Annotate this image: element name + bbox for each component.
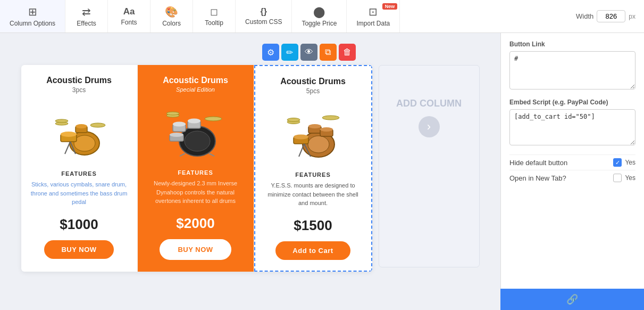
width-input[interactable] — [597, 10, 625, 22]
open-new-tab-checkbox[interactable] — [613, 174, 622, 182]
toolbar-label-column-options: Column Options — [10, 20, 55, 27]
svg-line-23 — [209, 153, 214, 156]
toolbar-item-fonts[interactable]: Aa Fonts — [108, 0, 150, 32]
col1-features-label: FEATURES — [61, 170, 96, 177]
pricing-wrapper: Acoustic Drums 3pcs — [21, 65, 480, 272]
col-copy-button[interactable]: ⧉ — [320, 44, 337, 61]
custom-css-icon: {} — [261, 7, 267, 17]
toolbar-label-import-data: Import Data — [356, 20, 390, 27]
pricing-col-1: Acoustic Drums 3pcs — [21, 65, 138, 272]
svg-point-29 — [308, 124, 321, 128]
svg-point-33 — [287, 118, 300, 122]
pricing-columns: Acoustic Drums 3pcs — [21, 65, 372, 272]
col1-title: Acoustic Drums — [46, 76, 112, 85]
svg-line-22 — [180, 153, 185, 156]
svg-point-12 — [185, 131, 210, 151]
effects-icon: ⇄ — [82, 5, 91, 18]
col3-title: Acoustic Drums — [280, 77, 346, 86]
toolbar-item-tooltip[interactable]: ◻ Tooltip — [193, 0, 236, 32]
width-unit-label: px — [629, 13, 635, 20]
toolbar-label-custom-css: Custom CSS — [245, 18, 282, 26]
toolbar-item-toggle-price[interactable]: ⬤ Toggle Price — [292, 0, 347, 32]
toolbar-item-colors[interactable]: 🎨 Colors — [150, 0, 193, 32]
svg-line-9 — [65, 142, 70, 154]
width-label: Width — [576, 12, 593, 20]
col3-drum-image — [281, 103, 345, 162]
width-control: Width px — [576, 0, 644, 32]
embed-script-input[interactable]: [add_to_cart id="50"] — [509, 109, 635, 145]
svg-point-14 — [173, 122, 186, 127]
col-delete-button[interactable]: 🗑 — [339, 44, 356, 61]
svg-point-3 — [61, 132, 77, 137]
svg-point-21 — [205, 117, 222, 121]
toolbar-label-effects: Effects — [77, 20, 96, 27]
toggle-icon: ⬤ — [313, 5, 325, 18]
hide-default-button-checkbox[interactable]: ✓ — [613, 158, 622, 167]
grid-icon: ⊞ — [28, 5, 37, 18]
svg-point-8 — [90, 123, 105, 127]
toolbar-label-colors: Colors — [162, 20, 181, 27]
col3-buy-button[interactable]: Add to Cart — [275, 241, 350, 260]
col-settings-button[interactable]: ⚙ — [262, 44, 279, 61]
add-column-area[interactable]: ADD COLUMN › — [379, 65, 480, 267]
svg-line-35 — [299, 144, 304, 157]
svg-point-18 — [170, 133, 183, 137]
hide-default-button-label: Hide default button — [509, 159, 567, 167]
embed-script-label: Embed Script (e.g. PayPal Code) — [509, 99, 635, 106]
toolbar: ⊞ Column Options ⇄ Effects Aa Fonts 🎨 Co… — [0, 0, 644, 33]
hide-default-button-row: Hide default button ✓ Yes — [509, 154, 635, 170]
pricing-col-3: Acoustic Drums 5pcs — [254, 65, 372, 272]
svg-point-31 — [320, 127, 333, 132]
col1-price: $1000 — [60, 216, 98, 233]
open-new-tab-row: Open in New Tab? Yes — [509, 170, 635, 185]
fonts-icon: Aa — [123, 6, 135, 17]
open-new-tab-yes: Yes — [625, 174, 635, 182]
toolbar-label-fonts: Fonts — [121, 19, 137, 26]
col2-drum-image — [164, 101, 228, 160]
col1-drum-image — [47, 102, 111, 161]
svg-point-20 — [166, 112, 179, 115]
add-column-label: ADD COLUMN — [396, 97, 462, 110]
toolbar-label-toggle-price: Toggle Price — [302, 20, 337, 27]
col1-features-text: Sticks, various cymbals, snare drum, thr… — [30, 180, 129, 207]
col3-features-text: Y.E.S.S. mounts are designed to minimize… — [264, 181, 363, 208]
main-area: ⚙ ✏ 👁 ⧉ 🗑 Acoustic Drums 3pcs — [0, 33, 644, 310]
toolbar-item-column-options[interactable]: ⊞ Column Options — [0, 0, 65, 32]
import-icon: ⊡ — [369, 5, 378, 18]
svg-point-1 — [74, 135, 95, 151]
col-edit-button[interactable]: ✏ — [281, 44, 298, 61]
col1-buy-button[interactable]: BUY NOW — [44, 240, 113, 259]
col2-features-label: FEATURES — [178, 169, 213, 176]
right-panel: Button Link # Embed Script (e.g. PayPal … — [500, 33, 644, 310]
tooltip-icon: ◻ — [210, 6, 218, 18]
col1-pcs: 3pcs — [72, 86, 86, 94]
col2-price: $2000 — [176, 215, 214, 232]
col-eye-button[interactable]: 👁 — [300, 44, 317, 61]
pricing-area: ⚙ ✏ 👁 ⧉ 🗑 Acoustic Drums 3pcs — [0, 33, 500, 310]
col3-features-label: FEATURES — [295, 172, 330, 178]
toolbar-label-tooltip: Tooltip — [205, 19, 223, 27]
new-badge: New — [382, 3, 398, 10]
svg-point-34 — [322, 116, 339, 120]
open-new-tab-toggle: Yes — [613, 174, 635, 182]
toolbar-item-effects[interactable]: ⇄ Effects — [65, 0, 108, 32]
col2-buy-button[interactable]: BUY NOW — [160, 239, 231, 260]
colors-icon: 🎨 — [165, 5, 178, 18]
open-new-tab-label: Open in New Tab? — [509, 174, 566, 182]
col3-pcs: 5pcs — [306, 87, 320, 95]
bottom-icon-bar: 🔗 — [500, 289, 644, 310]
button-link-input[interactable]: # — [509, 51, 635, 89]
col2-subtitle: Special Edition — [176, 86, 215, 93]
col2-features-text: Newly-designed 2.3 mm Inverse Dynahoop c… — [146, 179, 245, 206]
toolbar-item-import-data[interactable]: New ⊡ Import Data — [347, 0, 400, 32]
toolbar-item-custom-css[interactable]: {} Custom CSS — [236, 0, 292, 32]
embed-script-section: Embed Script (e.g. PayPal Code) [add_to_… — [509, 99, 635, 147]
button-link-section: Button Link # — [509, 40, 635, 91]
svg-point-25 — [308, 136, 329, 153]
add-column-chevron-icon: › — [419, 116, 440, 137]
svg-point-7 — [55, 119, 68, 123]
svg-point-5 — [76, 124, 87, 128]
column-icon-bar: ⚙ ✏ 👁 ⧉ 🗑 — [262, 44, 356, 61]
link-icon-button[interactable]: 🔗 — [566, 293, 578, 305]
hide-default-button-toggle: ✓ Yes — [613, 158, 635, 167]
